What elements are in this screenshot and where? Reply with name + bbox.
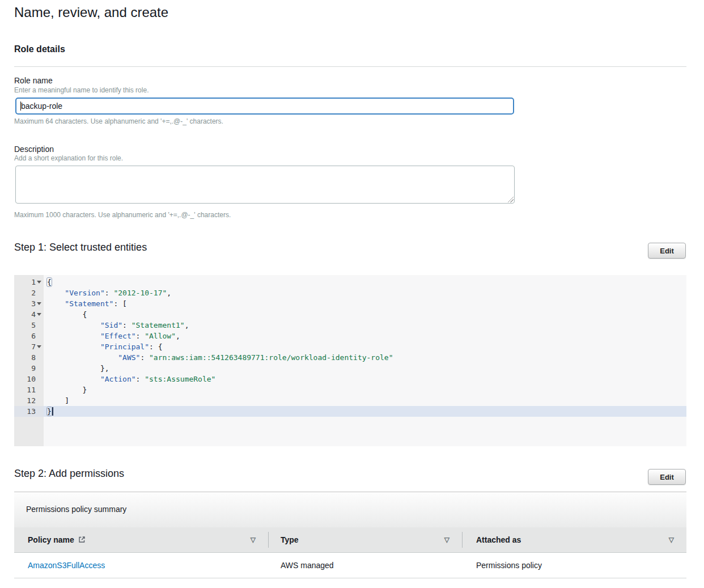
fold-spacer (36, 363, 42, 374)
editor-gutter-line: 10 (14, 374, 44, 384)
json-punctuation: : (122, 321, 132, 329)
editor-code-line[interactable]: }, (44, 363, 686, 374)
json-key: "Sid" (100, 321, 122, 329)
fold-spacer (36, 352, 42, 363)
json-punctuation (47, 342, 100, 351)
json-punctuation: : (105, 289, 114, 297)
editor-gutter-line: 13 (14, 406, 44, 417)
editor-code-line[interactable]: { (44, 277, 686, 287)
json-punctuation: }, (47, 364, 109, 373)
line-number: 3 (14, 299, 36, 308)
description-label: Description (14, 145, 54, 154)
json-punctuation: { (47, 278, 52, 286)
column-header-type: Type▽ (268, 527, 462, 552)
description-hint: Add a short explanation for this role. (14, 154, 123, 162)
editor-code-line[interactable]: { (44, 309, 686, 320)
editor-code-line[interactable]: "AWS": "arn:aws:iam::541263489771:role/w… (44, 352, 686, 363)
editor-gutter-line: 3 (14, 298, 44, 309)
json-punctuation: : [ (113, 299, 126, 308)
editor-code-line[interactable]: "Principal": { (44, 341, 686, 352)
role-details-divider (14, 66, 686, 67)
editor-gutter-line: 1 (14, 277, 44, 287)
json-punctuation: } (47, 386, 87, 394)
fold-toggle-icon[interactable] (36, 298, 42, 309)
fold-spacer (36, 395, 42, 406)
line-number: 7 (14, 342, 36, 351)
editor-gutter-line: 8 (14, 352, 44, 363)
table-row: AmazonS3FullAccessAWS managedPermissions… (14, 553, 686, 578)
editor-gutter-line: 7 (14, 341, 44, 352)
editor-code-line[interactable]: "Effect": "Allow", (44, 331, 686, 341)
line-number: 9 (14, 364, 36, 373)
editor-code-line[interactable]: ] (44, 395, 686, 406)
filter-dropdown-icon[interactable]: ▽ (251, 536, 256, 544)
json-punctuation: : (140, 353, 149, 362)
resize-handle-icon[interactable] (507, 196, 514, 202)
json-punctuation: ] (47, 396, 69, 405)
json-key: "Action" (100, 375, 136, 383)
line-number: 2 (14, 289, 36, 297)
editor-gutter-line: 2 (14, 287, 44, 298)
json-string: "Allow" (145, 332, 176, 340)
column-header-attached-as: Attached as▽ (462, 527, 686, 552)
step2-edit-button[interactable]: Edit (648, 469, 686, 485)
json-punctuation (47, 375, 100, 383)
editor-code-line[interactable]: } (44, 406, 686, 417)
line-number: 1 (14, 278, 36, 286)
fold-spacer (36, 320, 42, 331)
json-key: "Principal" (100, 342, 149, 351)
permissions-panel-header: Permissions policy summary (14, 492, 686, 527)
table-header-row: Policy name▽Type▽Attached as▽ (14, 527, 686, 553)
editor-code-line[interactable]: "Sid": "Statement1", (44, 320, 686, 331)
fold-toggle-icon[interactable] (36, 277, 42, 287)
fold-spacer (36, 374, 42, 384)
editor-gutter-line: 5 (14, 320, 44, 331)
text-caret (20, 101, 21, 111)
role-name-input[interactable] (15, 98, 514, 115)
line-number: 4 (14, 310, 36, 319)
column-header-label: Attached as (476, 535, 521, 544)
json-punctuation: } (47, 407, 52, 416)
line-number: 5 (14, 321, 36, 329)
json-key: "Version" (65, 289, 104, 297)
table-cell-text: AWS managed (281, 561, 334, 570)
editor-code-line[interactable]: "Statement": [ (44, 298, 686, 309)
filter-dropdown-icon[interactable]: ▽ (669, 536, 674, 544)
role-name-helper: Maximum 64 characters. Use alphanumeric … (14, 117, 223, 125)
editor-code-line[interactable]: "Action": "sts:AssumeRole" (44, 374, 686, 384)
editor-code-line[interactable]: } (44, 384, 686, 395)
json-punctuation (47, 321, 100, 329)
editor-content[interactable]: { "Version": "2012-10-17", "Statement": … (44, 275, 686, 446)
policy-name-link[interactable]: AmazonS3FullAccess (28, 561, 105, 570)
json-key: "Effect" (100, 332, 136, 340)
table-cell: AWS managed (268, 553, 462, 578)
description-textarea[interactable] (15, 166, 515, 204)
table-cell-text: Permissions policy (476, 561, 542, 570)
json-punctuation: : (136, 332, 145, 340)
line-number: 6 (14, 332, 36, 340)
json-key: "Statement" (65, 299, 113, 308)
line-number: 12 (14, 396, 36, 405)
filter-dropdown-icon[interactable]: ▽ (444, 536, 449, 544)
json-punctuation: : (136, 375, 145, 383)
editor-gutter-line: 11 (14, 384, 44, 395)
json-punctuation: , (167, 289, 171, 297)
editor-gutter-line: 9 (14, 363, 44, 374)
json-key: "AWS" (118, 353, 140, 362)
fold-spacer (36, 406, 42, 417)
trust-policy-editor[interactable]: 12345678910111213 { "Version": "2012-10-… (14, 275, 686, 446)
json-string: "arn:aws:iam::541263489771:role/workload… (149, 353, 393, 362)
editor-code-line[interactable]: "Version": "2012-10-17", (44, 287, 686, 298)
page-title: Name, review, and create (14, 5, 168, 20)
fold-toggle-icon[interactable] (36, 309, 42, 320)
step1-edit-button[interactable]: Edit (648, 243, 686, 259)
column-header-policy-name: Policy name▽ (14, 527, 268, 552)
line-number: 8 (14, 353, 36, 362)
external-link-icon[interactable] (74, 535, 86, 544)
fold-toggle-icon[interactable] (36, 341, 42, 352)
permissions-panel-title: Permissions policy summary (26, 505, 126, 514)
line-number: 13 (14, 407, 36, 416)
json-string: "sts:AssumeRole" (145, 375, 215, 383)
json-punctuation (47, 299, 65, 308)
json-punctuation (47, 353, 118, 362)
